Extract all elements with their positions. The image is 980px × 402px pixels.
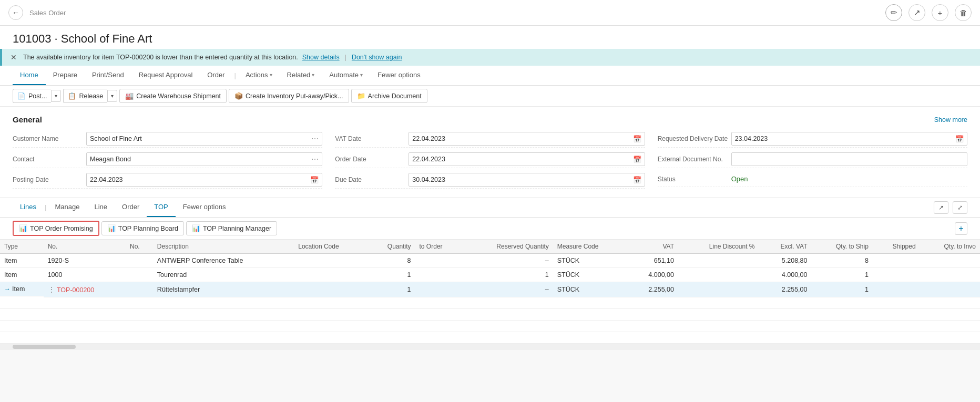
- row-qty-to-invoice: [920, 282, 980, 297]
- add-line-button[interactable]: +: [955, 222, 967, 235]
- top-planning-manager-button[interactable]: 📊 TOP Planning Manager: [186, 221, 277, 235]
- post-label: Post...: [28, 92, 47, 100]
- share-icon: ↗: [914, 8, 921, 17]
- tab-print-send[interactable]: Print/Send: [85, 66, 131, 85]
- top-planning-board-button[interactable]: 📊 TOP Planning Board: [101, 221, 184, 235]
- edit-icon: ✏: [891, 8, 897, 17]
- tab-related[interactable]: Related ▾: [280, 66, 322, 85]
- tab-request-approval[interactable]: Request Approval: [131, 66, 200, 85]
- external-doc-input[interactable]: [731, 152, 967, 166]
- customer-name-dots-icon[interactable]: ⋯: [311, 135, 319, 143]
- release-dropdown-button[interactable]: ▾: [107, 90, 117, 102]
- row-qty-to-invoice: [920, 254, 980, 268]
- lines-tab-manage[interactable]: Manage: [47, 198, 87, 217]
- table-row[interactable]: → Item ⋮ TOP-000200 Rüttelstampfer 1 – S…: [0, 282, 980, 297]
- archive-button[interactable]: 📁 Archive Document: [351, 89, 427, 103]
- top-planning-manager-label: TOP Planning Manager: [203, 225, 271, 232]
- create-inventory-button[interactable]: 📦 Create Inventory Put-away/Pick...: [229, 89, 349, 103]
- back-icon: ←: [12, 8, 19, 17]
- row-measure-code: STÜCK: [553, 254, 628, 268]
- vat-date-label: VAT Date: [335, 135, 409, 142]
- row-qty-to-invoice: [920, 268, 980, 282]
- row-line-discount: [678, 268, 759, 282]
- row-context-icon[interactable]: ⋮: [48, 285, 55, 294]
- row-reserved-quantity: –: [462, 254, 553, 268]
- add-button[interactable]: +: [932, 4, 948, 21]
- vat-date-input[interactable]: 22.04.2023 📅: [409, 132, 645, 146]
- row-quantity: 1: [368, 268, 415, 282]
- release-main-button[interactable]: 📋 Release: [63, 89, 107, 103]
- form-col-1: Customer Name School of Fine Art ⋯ Conta…: [13, 130, 322, 189]
- alert-dont-show-link[interactable]: Don't show again: [352, 54, 402, 61]
- row-vat: 651,10: [627, 254, 678, 268]
- lines-fullscreen-button[interactable]: ⤢: [953, 201, 967, 214]
- tab-fewer-options[interactable]: Fewer options: [370, 66, 428, 85]
- tab-prepare[interactable]: Prepare: [46, 66, 85, 85]
- col-measure-code: Measure Code: [553, 240, 628, 254]
- top-order-promising-button[interactable]: 📊 TOP Order Promising: [13, 221, 99, 236]
- order-date-label: Order Date: [335, 156, 409, 163]
- post-main-button[interactable]: 📄 Post...: [13, 89, 51, 103]
- lines-tab-order[interactable]: Order: [115, 198, 147, 217]
- release-split-button[interactable]: 📋 Release ▾: [63, 89, 117, 103]
- requested-delivery-input[interactable]: 23.04.2023 📅: [731, 132, 967, 146]
- nav-tabs: Home Prepare Print/Send Request Approval…: [0, 66, 980, 86]
- row-vat: 4.000,00: [627, 268, 678, 282]
- add-line-icon: +: [958, 224, 963, 233]
- post-split-button[interactable]: 📄 Post... ▾: [13, 89, 61, 103]
- table-scroll-container[interactable]: Type No. No. Description Location Code Q…: [0, 240, 980, 344]
- row-type: Item: [0, 268, 44, 282]
- release-icon: 📋: [68, 92, 76, 100]
- order-date-row: Order Date 22.04.2023 📅: [335, 151, 645, 168]
- external-doc-value: [731, 152, 967, 166]
- requested-delivery-calendar-icon[interactable]: 📅: [955, 135, 964, 143]
- table-row[interactable]: Item 1000 Tourenrad 1 1 STÜCK 4.000,00 4…: [0, 268, 980, 282]
- contact-input[interactable]: Meagan Bond ⋯: [86, 152, 322, 166]
- order-date-calendar-icon[interactable]: 📅: [633, 156, 641, 163]
- lines-tab-fewer-options[interactable]: Fewer options: [176, 198, 233, 217]
- status-badge: Open: [731, 175, 748, 183]
- tab-home[interactable]: Home: [13, 66, 46, 85]
- col-qty-to-ship: Qty. to Ship: [812, 240, 873, 254]
- lines-tab-line[interactable]: Line: [87, 198, 115, 217]
- row-to-order: [415, 268, 463, 282]
- share-button[interactable]: ↗: [908, 4, 925, 21]
- posting-date-label: Posting Date: [13, 176, 86, 183]
- delete-button[interactable]: 🗑: [955, 4, 972, 21]
- row-line-discount: [678, 282, 759, 297]
- scroll-thumb[interactable]: [13, 345, 76, 349]
- vat-date-calendar-icon[interactable]: 📅: [633, 135, 641, 143]
- tab-automate[interactable]: Automate ▾: [322, 66, 370, 85]
- lines-tab-lines[interactable]: Lines: [13, 198, 44, 217]
- tab-actions[interactable]: Actions ▾: [238, 66, 280, 85]
- lines-export-button[interactable]: ↗: [934, 201, 948, 214]
- general-section-title: General: [13, 115, 42, 124]
- due-date-input[interactable]: 30.04.2023 📅: [409, 173, 645, 187]
- table-row[interactable]: Item 1920-S ANTWERP Conference Table 8 –…: [0, 254, 980, 268]
- horizontal-scrollbar[interactable]: [0, 344, 980, 350]
- alert-close-button[interactable]: ✕: [11, 53, 17, 61]
- lines-tab-top[interactable]: TOP: [147, 198, 176, 217]
- tab-order[interactable]: Order: [200, 66, 232, 85]
- posting-date-calendar-icon[interactable]: 📅: [310, 176, 319, 184]
- alert-show-details-link[interactable]: Show details: [302, 54, 340, 61]
- create-warehouse-button[interactable]: 🏭 Create Warehouse Shipment: [119, 89, 227, 103]
- due-date-calendar-icon[interactable]: 📅: [633, 176, 641, 184]
- edit-button[interactable]: ✏: [885, 4, 902, 21]
- general-form-grid: Customer Name School of Fine Art ⋯ Conta…: [13, 130, 967, 189]
- post-icon: 📄: [17, 92, 26, 100]
- customer-name-input[interactable]: School of Fine Art ⋯: [86, 132, 322, 146]
- row-reserved-quantity: –: [462, 282, 553, 297]
- col-reserved-quantity: Reserved Quantity: [462, 240, 553, 254]
- col-no1: No.: [44, 240, 126, 254]
- back-button[interactable]: ←: [8, 5, 23, 20]
- show-more-link[interactable]: Show more: [934, 116, 967, 123]
- row-description: ANTWERP Conference Table: [153, 254, 294, 268]
- posting-date-input[interactable]: 22.04.2023 📅: [86, 173, 322, 187]
- related-chevron-icon: ▾: [312, 72, 314, 78]
- post-dropdown-button[interactable]: ▾: [51, 90, 61, 102]
- contact-value: Meagan Bond ⋯: [86, 152, 322, 166]
- automate-chevron-icon: ▾: [360, 72, 363, 78]
- contact-dots-icon[interactable]: ⋯: [311, 155, 319, 163]
- order-date-input[interactable]: 22.04.2023 📅: [409, 152, 645, 166]
